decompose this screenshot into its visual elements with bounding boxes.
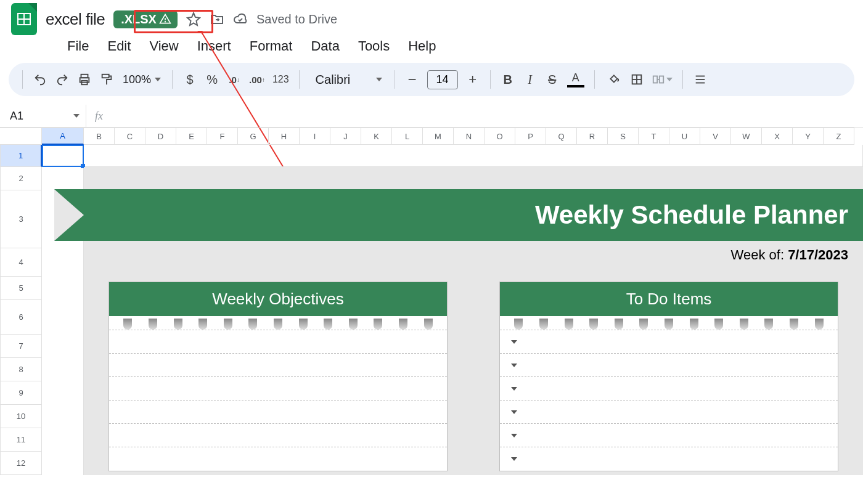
col-header-G[interactable]: G bbox=[238, 128, 269, 145]
more-formats-button[interactable]: 123 bbox=[270, 68, 292, 91]
list-item[interactable] bbox=[109, 424, 447, 447]
chevron-down-icon[interactable] bbox=[511, 340, 517, 344]
font-select[interactable]: Calibri bbox=[307, 73, 387, 87]
redo-button[interactable] bbox=[52, 68, 72, 91]
list-item[interactable] bbox=[109, 330, 447, 354]
menu-file[interactable]: File bbox=[59, 35, 97, 58]
menu-tools[interactable]: Tools bbox=[350, 35, 398, 58]
col-header-F[interactable]: F bbox=[207, 128, 238, 145]
row-header-7[interactable]: 7 bbox=[0, 335, 42, 358]
col-header-P[interactable]: P bbox=[515, 128, 546, 145]
increase-decimal-button[interactable]: .00↑ bbox=[247, 68, 268, 91]
list-item[interactable] bbox=[500, 447, 838, 471]
col-header-L[interactable]: L bbox=[392, 128, 423, 145]
col-header-O[interactable]: O bbox=[485, 128, 515, 145]
col-header-V[interactable]: V bbox=[700, 128, 731, 145]
col-header-N[interactable]: N bbox=[454, 128, 485, 145]
doc-title[interactable]: excel file bbox=[46, 10, 105, 29]
col-header-Y[interactable]: Y bbox=[793, 128, 824, 145]
list-item[interactable] bbox=[500, 424, 838, 447]
col-header-U[interactable]: U bbox=[669, 128, 700, 145]
menu-edit[interactable]: Edit bbox=[99, 35, 139, 58]
name-box[interactable]: A1 bbox=[0, 105, 86, 127]
col-header-Q[interactable]: Q bbox=[546, 128, 577, 145]
col-header-A[interactable]: A bbox=[42, 128, 84, 145]
card-header: To Do Items bbox=[500, 282, 838, 316]
row-header-12[interactable]: 12 bbox=[0, 452, 42, 475]
currency-button[interactable]: $ bbox=[180, 68, 200, 91]
row-header-4[interactable]: 4 bbox=[0, 248, 42, 277]
col-header-T[interactable]: T bbox=[639, 128, 669, 145]
select-all-corner[interactable] bbox=[0, 128, 42, 145]
list-item[interactable] bbox=[500, 400, 838, 424]
col-header-C[interactable]: C bbox=[115, 128, 145, 145]
row-header-1[interactable]: 1 bbox=[0, 145, 42, 167]
list-item[interactable] bbox=[500, 330, 838, 354]
row-header-9[interactable]: 9 bbox=[0, 381, 42, 405]
col-header-H[interactable]: H bbox=[269, 128, 300, 145]
chevron-down-icon[interactable] bbox=[511, 457, 517, 461]
row-header-3[interactable]: 3 bbox=[0, 190, 42, 248]
chevron-down-icon[interactable] bbox=[511, 410, 517, 414]
font-size-increase[interactable]: + bbox=[463, 68, 483, 91]
col-header-M[interactable]: M bbox=[423, 128, 454, 145]
sheets-logo[interactable] bbox=[11, 3, 37, 35]
col-header-Z[interactable]: Z bbox=[824, 128, 854, 145]
text-color-button[interactable]: A bbox=[565, 68, 587, 91]
font-size-decrease[interactable]: − bbox=[403, 68, 422, 91]
merge-cells-button[interactable] bbox=[649, 68, 675, 91]
move-folder-icon[interactable] bbox=[210, 12, 224, 26]
banner: Weekly Schedule Planner bbox=[54, 189, 863, 241]
chevron-down-icon bbox=[666, 78, 673, 81]
list-item[interactable] bbox=[109, 447, 447, 471]
xlsx-badge[interactable]: .XLSX bbox=[113, 10, 178, 28]
todo-items-card: To Do Items bbox=[499, 282, 838, 471]
italic-button[interactable]: I bbox=[520, 68, 540, 91]
xlsx-badge-text: .XLSX bbox=[121, 12, 157, 26]
list-item[interactable] bbox=[500, 354, 838, 377]
chevron-down-icon[interactable] bbox=[511, 387, 517, 391]
col-header-S[interactable]: S bbox=[608, 128, 639, 145]
fill-color-button[interactable] bbox=[602, 68, 624, 91]
col-header-I[interactable]: I bbox=[300, 128, 330, 145]
menu-help[interactable]: Help bbox=[399, 35, 444, 58]
list-item[interactable] bbox=[109, 400, 447, 424]
week-of: Week of: 7/17/2023 bbox=[84, 241, 863, 269]
menu-data[interactable]: Data bbox=[302, 35, 348, 58]
row-header-8[interactable]: 8 bbox=[0, 358, 42, 381]
row-header-10[interactable]: 10 bbox=[0, 405, 42, 428]
horizontal-align-button[interactable] bbox=[690, 68, 710, 91]
col-header-W[interactable]: W bbox=[731, 128, 762, 145]
undo-button[interactable] bbox=[30, 68, 50, 91]
zoom-select[interactable]: 100% bbox=[119, 73, 165, 86]
bold-button[interactable]: B bbox=[498, 68, 518, 91]
menu-format[interactable]: Format bbox=[241, 35, 301, 58]
row-header-6[interactable]: 6 bbox=[0, 300, 42, 335]
col-header-J[interactable]: J bbox=[330, 128, 361, 145]
col-header-R[interactable]: R bbox=[577, 128, 608, 145]
menu-view[interactable]: View bbox=[141, 35, 187, 58]
chevron-down-icon[interactable] bbox=[511, 434, 517, 437]
list-item[interactable] bbox=[500, 377, 838, 400]
row-header-2[interactable]: 2 bbox=[0, 167, 42, 190]
print-button[interactable] bbox=[75, 68, 94, 91]
col-header-X[interactable]: X bbox=[762, 128, 793, 145]
font-size-input[interactable]: 14 bbox=[427, 70, 458, 89]
col-header-K[interactable]: K bbox=[361, 128, 392, 145]
cloud-saved-icon[interactable] bbox=[233, 12, 248, 26]
menu-insert[interactable]: Insert bbox=[189, 35, 240, 58]
row-header-5[interactable]: 5 bbox=[0, 277, 42, 300]
borders-button[interactable] bbox=[627, 68, 647, 91]
decrease-decimal-button[interactable]: .0↓ bbox=[224, 68, 244, 91]
percent-button[interactable]: % bbox=[202, 68, 222, 91]
col-header-E[interactable]: E bbox=[176, 128, 207, 145]
list-item[interactable] bbox=[109, 377, 447, 400]
row-header-11[interactable]: 11 bbox=[0, 428, 42, 452]
strikethrough-button[interactable]: S bbox=[542, 68, 562, 91]
col-header-D[interactable]: D bbox=[145, 128, 176, 145]
star-icon[interactable] bbox=[186, 12, 201, 26]
list-item[interactable] bbox=[109, 354, 447, 377]
col-header-B[interactable]: B bbox=[84, 128, 115, 145]
paint-format-button[interactable] bbox=[97, 68, 117, 91]
chevron-down-icon[interactable] bbox=[511, 364, 517, 367]
